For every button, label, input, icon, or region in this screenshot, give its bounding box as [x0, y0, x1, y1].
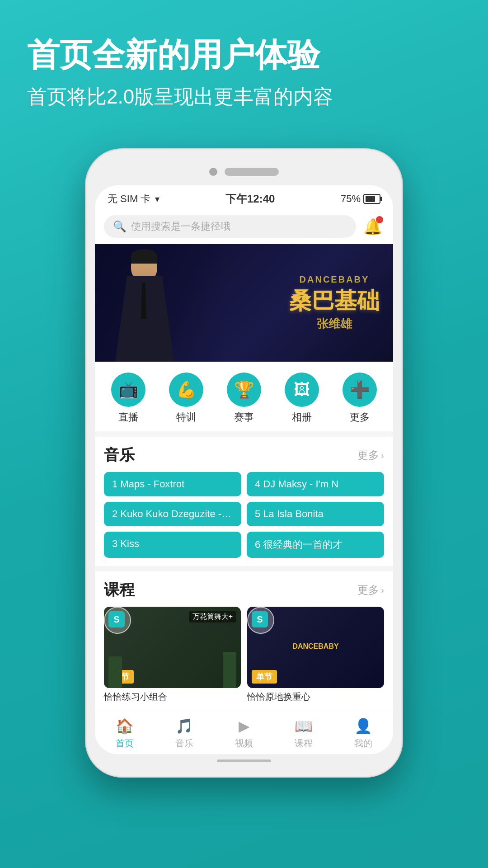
courses-grid: S 单节 万花筒舞大+ 恰恰练习小组合 [104, 607, 384, 703]
bottom-navigation: 🏠 首页 🎵 音乐 ▶ 视频 📖 课程 👤 我的 [95, 711, 393, 754]
courses-section-header: 课程 更多 › [104, 580, 384, 600]
music-item-3[interactable]: 3 Kiss [104, 532, 241, 558]
top-text-area: 首页全新的用户体验 首页将比2.0版呈现出更丰富的内容 [27, 36, 461, 110]
nav-item-music[interactable]: 🎵 音乐 [166, 717, 202, 750]
phone-speaker [225, 168, 279, 176]
courses-icon: 📖 [295, 717, 313, 735]
phone-top-area [95, 158, 393, 185]
phone-mockup: 无 SIM 卡 ▾ 下午12:40 75% 🔍 使用搜索是一条捷径哦 [86, 149, 402, 777]
course-card-2[interactable]: S 单节 DANCEBABY 恰恰原地换重心 [247, 607, 384, 703]
profile-icon: 👤 [354, 717, 372, 735]
training-label: 特训 [176, 410, 196, 424]
battery-fill [366, 196, 375, 202]
album-label: 相册 [292, 410, 312, 424]
course-duration-1: 万花筒舞大+ [189, 611, 236, 623]
quick-icons-row: 📺 直播 💪 特训 🏆 赛事 🖼 相册 ➕ 更多 [95, 362, 393, 431]
music-more-button[interactable]: 更多 › [357, 448, 384, 462]
more-icon-circle: ➕ [343, 373, 377, 407]
nav-item-home[interactable]: 🏠 首页 [107, 717, 143, 750]
status-battery: 75% [341, 193, 380, 205]
nav-item-profile[interactable]: 👤 我的 [345, 717, 381, 750]
nav-label-video: 视频 [235, 737, 253, 750]
banner-brand: DANCEBABY [289, 274, 380, 285]
battery-text: 75% [341, 193, 361, 205]
status-carrier: 无 SIM 卡 ▾ [108, 192, 160, 206]
dancebaby-logo-text: DANCEBABY [292, 642, 338, 651]
course-thumb-2: S 单节 DANCEBABY [247, 607, 384, 688]
notification-bell[interactable]: 🔔 [361, 215, 384, 238]
nav-item-video[interactable]: ▶ 视频 [226, 717, 262, 750]
music-item-4[interactable]: 4 DJ Maksy - I'm N [247, 472, 384, 496]
competition-icon-circle: 🏆 [227, 373, 261, 407]
battery-tip [380, 197, 382, 201]
music-section-title: 音乐 [104, 445, 135, 466]
broadcast-icon-circle: 📺 [111, 373, 145, 407]
search-icon: 🔍 [113, 220, 127, 233]
music-section: 音乐 更多 › 1 Maps - Foxtrot 4 DJ Maksy - I'… [95, 437, 393, 566]
tree-deco-right [223, 652, 236, 688]
home-indicator [217, 760, 271, 762]
status-time: 下午12:40 [225, 192, 275, 206]
competition-label: 赛事 [234, 410, 254, 424]
music-list: 1 Maps - Foxtrot 4 DJ Maksy - I'm N 2 Ku… [104, 472, 384, 558]
music-item-2[interactable]: 2 Kuko Kuko Dzeguzite - Foxtrot [104, 502, 241, 526]
broadcast-label: 直播 [118, 410, 138, 424]
more-label: 更多 [350, 410, 370, 424]
banner-title: 桑巴基础 [289, 288, 380, 313]
wifi-icon: ▾ [155, 193, 160, 204]
phone-screen: 无 SIM 卡 ▾ 下午12:40 75% 🔍 使用搜索是一条捷径哦 [95, 185, 393, 754]
course-badge-2: 单节 [252, 670, 277, 684]
training-icon-circle: 💪 [169, 373, 203, 407]
banner-author: 张维雄 [289, 316, 380, 332]
courses-chevron-right-icon: › [381, 585, 384, 595]
nav-label-profile: 我的 [354, 737, 372, 750]
courses-more-label: 更多 [357, 583, 379, 597]
carrier-text: 无 SIM 卡 [108, 192, 150, 206]
quick-icon-more[interactable]: ➕ 更多 [343, 373, 377, 424]
courses-section-title: 课程 [104, 580, 135, 600]
quick-icon-broadcast[interactable]: 📺 直播 [111, 373, 145, 424]
music-icon: 🎵 [175, 717, 193, 735]
status-bar: 无 SIM 卡 ▾ 下午12:40 75% [95, 185, 393, 210]
page-title: 首页全新的用户体验 [27, 36, 461, 74]
video-icon: ▶ [239, 717, 250, 735]
music-section-header: 音乐 更多 › [104, 445, 384, 466]
chevron-right-icon: › [381, 450, 384, 461]
search-bar[interactable]: 🔍 使用搜索是一条捷径哦 [104, 215, 356, 238]
quick-icon-competition[interactable]: 🏆 赛事 [227, 373, 261, 424]
phone-bottom-area [95, 754, 393, 768]
nav-label-home: 首页 [116, 737, 134, 750]
notification-badge [376, 216, 383, 223]
course-logo-2: S [252, 611, 268, 627]
page-subtitle: 首页将比2.0版呈现出更丰富的内容 [27, 83, 461, 111]
quick-icon-training[interactable]: 💪 特训 [169, 373, 203, 424]
course-title-2: 恰恰原地换重心 [247, 691, 384, 703]
home-icon: 🏠 [116, 717, 134, 735]
nav-label-music: 音乐 [175, 737, 193, 750]
music-item-1[interactable]: 1 Maps - Foxtrot [104, 472, 241, 496]
courses-section: 课程 更多 › S 单节 [95, 571, 393, 711]
search-bar-wrap: 🔍 使用搜索是一条捷径哦 🔔 [95, 210, 393, 244]
course-title-1: 恰恰练习小组合 [104, 691, 241, 703]
music-item-5[interactable]: 5 La Isla Bonita [247, 502, 384, 526]
battery-icon [363, 194, 380, 204]
album-icon-circle: 🖼 [285, 373, 319, 407]
person-hair [131, 249, 157, 264]
quick-icon-album[interactable]: 🖼 相册 [285, 373, 319, 424]
banner-text: DANCEBABY 桑巴基础 张维雄 [289, 274, 380, 332]
nav-item-courses[interactable]: 📖 课程 [286, 717, 322, 750]
music-item-6[interactable]: 6 很经典的一首的才 [247, 532, 384, 558]
tree-deco-left [108, 656, 122, 688]
phone-shell: 无 SIM 卡 ▾ 下午12:40 75% 🔍 使用搜索是一条捷径哦 [86, 149, 402, 777]
search-placeholder: 使用搜索是一条捷径哦 [131, 220, 230, 233]
banner-person-silhouette [95, 246, 190, 362]
course-logo-1: S [108, 611, 125, 627]
music-more-label: 更多 [357, 448, 379, 462]
course-card-1[interactable]: S 单节 万花筒舞大+ 恰恰练习小组合 [104, 607, 241, 703]
hero-banner[interactable]: DANCEBABY 桑巴基础 张维雄 [95, 244, 393, 362]
phone-camera [209, 168, 217, 176]
nav-label-courses: 课程 [295, 737, 313, 750]
course-thumb-1: S 单节 万花筒舞大+ [104, 607, 241, 688]
courses-more-button[interactable]: 更多 › [357, 583, 384, 597]
